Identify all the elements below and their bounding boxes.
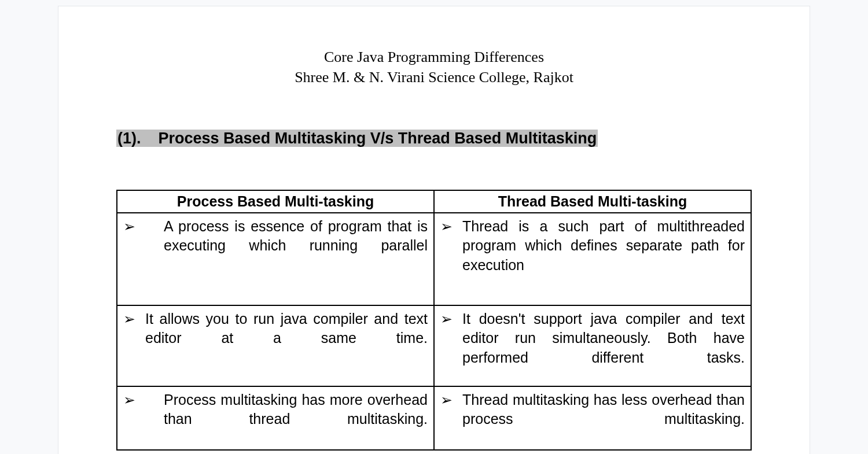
table-row: ➢ Process multitasking has more overhead… xyxy=(117,386,751,450)
table-cell-right: ➢ Thread multitasking has less overhead … xyxy=(434,386,751,450)
table-row: ➢ It allows you to run java compiler and… xyxy=(117,305,751,386)
cell-text: It allows you to run java compiler and t… xyxy=(145,309,428,349)
cell-text: Thread is a such part of multithreaded p… xyxy=(462,217,745,275)
table-cell-right: ➢ It doesn't support java compiler and t… xyxy=(434,305,751,386)
document-header: Core Java Programming Differences Shree … xyxy=(116,47,752,87)
bullet-icon: ➢ xyxy=(123,309,145,329)
table-header-right: Thread Based Multi-tasking xyxy=(434,190,751,213)
table-cell-right: ➢ Thread is a such part of multithreaded… xyxy=(434,213,751,305)
document-page: Core Java Programming Differences Shree … xyxy=(58,6,810,454)
header-title-line-1: Core Java Programming Differences xyxy=(116,47,752,67)
table-header-left: Process Based Multi-tasking xyxy=(117,190,434,213)
cell-text: Process multitasking has more overhead t… xyxy=(164,390,428,430)
bullet-icon: ➢ xyxy=(440,309,462,329)
bullet-icon: ➢ xyxy=(440,390,462,410)
cell-text: Thread multitasking has less overhead th… xyxy=(462,390,745,430)
section-title: Process Based Multitasking V/s Thread Ba… xyxy=(159,130,597,147)
comparison-table: Process Based Multi-tasking Thread Based… xyxy=(116,190,752,451)
table-cell-left: ➢ A process is essence of program that i… xyxy=(117,213,434,305)
bullet-icon: ➢ xyxy=(123,390,164,410)
section-heading-wrap: (1). Process Based Multitasking V/s Thre… xyxy=(116,128,752,149)
cell-text: It doesn't support java compiler and tex… xyxy=(462,309,745,368)
table-header-row: Process Based Multi-tasking Thread Based… xyxy=(117,190,751,213)
header-title-line-2: Shree M. & N. Virani Science College, Ra… xyxy=(116,67,752,87)
bullet-icon: ➢ xyxy=(123,217,164,237)
table-cell-left: ➢ Process multitasking has more overhead… xyxy=(117,386,434,450)
cell-text: A process is essence of program that is … xyxy=(164,217,428,256)
section-number: (1). xyxy=(117,130,141,147)
table-cell-left: ➢ It allows you to run java compiler and… xyxy=(117,305,434,386)
section-heading: (1). Process Based Multitasking V/s Thre… xyxy=(116,130,598,147)
table-row: ➢ A process is essence of program that i… xyxy=(117,213,751,305)
bullet-icon: ➢ xyxy=(440,217,462,237)
